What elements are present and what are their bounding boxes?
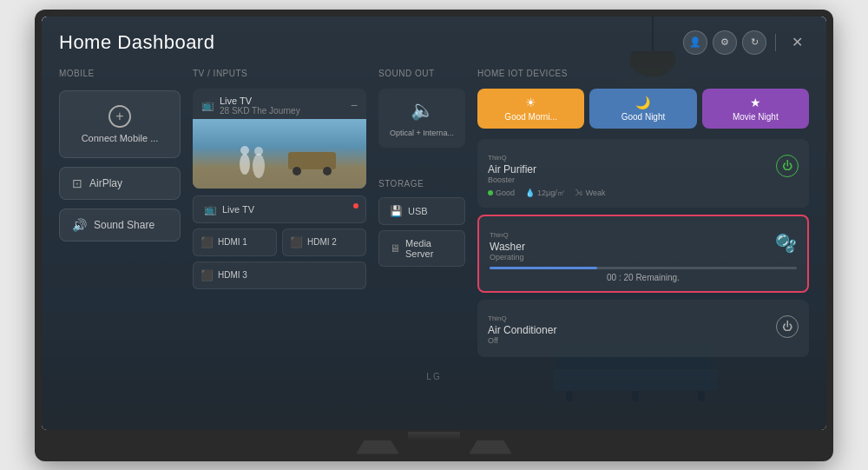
ac-power-button[interactable]: ⏻ xyxy=(776,315,799,338)
storage-section: Storage 💾 USB 🖥 Media Server xyxy=(378,179,465,267)
mobile-label: Mobile xyxy=(59,69,181,78)
media-server-button[interactable]: 🖥 Media Server xyxy=(378,230,465,267)
refresh-button[interactable]: ↻ xyxy=(742,30,766,55)
svg-rect-1 xyxy=(288,152,336,169)
stand-neck xyxy=(408,432,460,440)
iot-section: Home IoT Devices ☀ Good Morni... 🌙 Good … xyxy=(477,69,809,416)
live-indicator xyxy=(353,203,358,209)
usb-button[interactable]: 💾 USB xyxy=(378,197,465,225)
hdmi1-icon: ⬛ xyxy=(201,236,214,248)
live-tv-input-button[interactable]: 📺 Live TV xyxy=(193,195,366,223)
washer-info: ThinQ Washer Operating xyxy=(490,225,525,261)
air-purifier-card: ThinQ Air Purifier Booster ⏻ Good xyxy=(477,139,809,208)
speaker-icon: 🔈 xyxy=(411,99,434,122)
svg-point-2 xyxy=(293,167,301,175)
tv-inputs-label: TV / Inputs xyxy=(193,69,366,78)
tv-stand xyxy=(356,432,512,454)
settings-button[interactable]: ⚙ xyxy=(713,30,737,55)
usb-icon: 💾 xyxy=(390,205,403,217)
header-controls: 👤 ⚙ ↻ ✕ xyxy=(683,30,809,55)
hdmi2-label: HDMI 2 xyxy=(307,237,337,247)
hdmi3-button[interactable]: ⬛ HDMI 3 xyxy=(193,261,366,289)
svg-rect-0 xyxy=(193,167,366,189)
airplay-label: AirPlay xyxy=(89,177,122,189)
tv-thumbnail xyxy=(193,119,366,189)
sound-out-label: Sound Out xyxy=(378,69,465,78)
person-icon: 👤 xyxy=(689,36,701,48)
movie-night-button[interactable]: ★ Movie Night xyxy=(702,89,809,129)
progress-bar-fill xyxy=(490,267,597,269)
live-tv-icon: 📺 xyxy=(201,99,214,111)
sound-out-card[interactable]: 🔈 Optical + Interna... xyxy=(378,89,465,148)
hdmi1-label: HDMI 1 xyxy=(218,237,247,247)
sound-share-icon: 🔊 xyxy=(72,218,87,232)
air-purifier-power-button[interactable]: ⏻ xyxy=(776,155,799,177)
minimize-button[interactable]: − xyxy=(351,98,358,112)
person-button[interactable]: 👤 xyxy=(683,30,707,55)
aq-good: Good xyxy=(488,188,515,199)
live-tv-card[interactable]: 📺 Live TV 28 SKD The Journey − xyxy=(193,89,366,189)
aq-weak-label: Weak xyxy=(586,189,606,197)
aq-water-icon: 💧 xyxy=(525,189,535,197)
moon-icon: 🌙 xyxy=(635,96,650,109)
live-tv-input-icon: 📺 xyxy=(204,203,217,215)
svg-point-3 xyxy=(323,167,332,175)
ac-header: ThinQ Air Conditioner Off ⏻ xyxy=(488,308,799,345)
refresh-icon: ↻ xyxy=(751,36,759,48)
stand-base xyxy=(356,440,512,454)
connect-mobile-button[interactable]: + Connect Mobile ... xyxy=(59,90,181,158)
input-grid: 📺 Live TV ⬛ HDMI 1 ⬛ HDMI 2 xyxy=(193,195,366,289)
ac-info: ThinQ Air Conditioner Off xyxy=(488,308,556,345)
tv-inputs-section: TV / Inputs 📺 Live TV 28 SKD The Journey xyxy=(193,69,366,416)
air-purifier-sub: Booster xyxy=(488,175,536,184)
live-tv-header: 📺 Live TV 28 SKD The Journey − xyxy=(193,89,366,119)
hdmi2-button[interactable]: ⬛ HDMI 2 xyxy=(282,228,366,256)
thinq-logo-3: ThinQ xyxy=(488,314,507,322)
ac-sub: Off xyxy=(488,336,556,345)
media-server-icon: 🖥 xyxy=(390,242,400,255)
washer-card: ThinQ Washer Operating 🫧 00 : 20 Remaini… xyxy=(477,215,809,293)
stand-foot-right xyxy=(469,440,512,454)
washer-sub: Operating xyxy=(490,253,525,261)
brand-logo: LG xyxy=(426,372,441,381)
movie-night-label: Movie Night xyxy=(733,112,779,122)
live-tv-info: 📺 Live TV 28 SKD The Journey xyxy=(201,96,300,116)
hdmi3-label: HDMI 3 xyxy=(218,270,247,280)
good-night-button[interactable]: 🌙 Good Night xyxy=(589,89,696,129)
sound-storage-section: Sound Out 🔈 Optical + Interna... Storage… xyxy=(378,69,465,416)
input-row-2: ⬛ HDMI 3 xyxy=(193,261,366,289)
aq-good-dot xyxy=(488,190,493,195)
good-morning-label: Good Morni... xyxy=(504,112,557,122)
airplay-icon: ⊡ xyxy=(72,176,82,190)
tv-screen: Home Dashboard 👤 ⚙ ↻ ✕ xyxy=(42,17,826,430)
washer-progress: 00 : 20 Remaining. xyxy=(490,267,797,282)
media-server-label: Media Server xyxy=(405,238,454,259)
close-button[interactable]: ✕ xyxy=(785,30,809,55)
svg-point-4 xyxy=(240,154,250,175)
sound-share-label: Sound Share xyxy=(94,219,155,231)
air-purifier-header: ThinQ Air Purifier Booster ⏻ xyxy=(488,148,799,184)
dashboard-content: Mobile + Connect Mobile ... ⊡ AirPlay 🔊 … xyxy=(59,69,809,416)
dashboard-header: Home Dashboard 👤 ⚙ ↻ ✕ xyxy=(59,30,809,55)
air-quality-info: Good 💧 12μg/㎥ 🌬 Weak xyxy=(488,188,799,199)
sun-icon: ☀ xyxy=(525,96,536,109)
live-tv-subtitle: 28 SKD The Journey xyxy=(220,106,300,116)
star-icon: ★ xyxy=(750,96,761,109)
thinq-logo-2: ThinQ xyxy=(490,231,509,239)
home-dashboard: Home Dashboard 👤 ⚙ ↻ ✕ xyxy=(42,17,826,430)
tv-body: Home Dashboard 👤 ⚙ ↻ ✕ xyxy=(35,10,833,461)
aq-pm25: 💧 12μg/㎥ xyxy=(525,188,565,199)
hdmi1-button[interactable]: ⬛ HDMI 1 xyxy=(193,228,277,256)
air-conditioner-card: ThinQ Air Conditioner Off ⏻ xyxy=(477,300,809,357)
airplay-button[interactable]: ⊡ AirPlay xyxy=(59,167,181,200)
header-divider xyxy=(775,34,776,51)
good-morning-button[interactable]: ☀ Good Morni... xyxy=(477,89,584,129)
washer-icon: 🫧 xyxy=(775,233,797,254)
input-row-1: ⬛ HDMI 1 ⬛ HDMI 2 xyxy=(193,228,366,256)
aq-pm25-value: 12μg/㎥ xyxy=(537,188,565,199)
sound-share-button[interactable]: 🔊 Sound Share xyxy=(59,209,181,242)
settings-icon: ⚙ xyxy=(720,36,729,48)
air-purifier-name: Air Purifier xyxy=(488,163,536,175)
mobile-section: Mobile + Connect Mobile ... ⊡ AirPlay 🔊 … xyxy=(59,69,181,416)
storage-label: Storage xyxy=(378,179,465,189)
